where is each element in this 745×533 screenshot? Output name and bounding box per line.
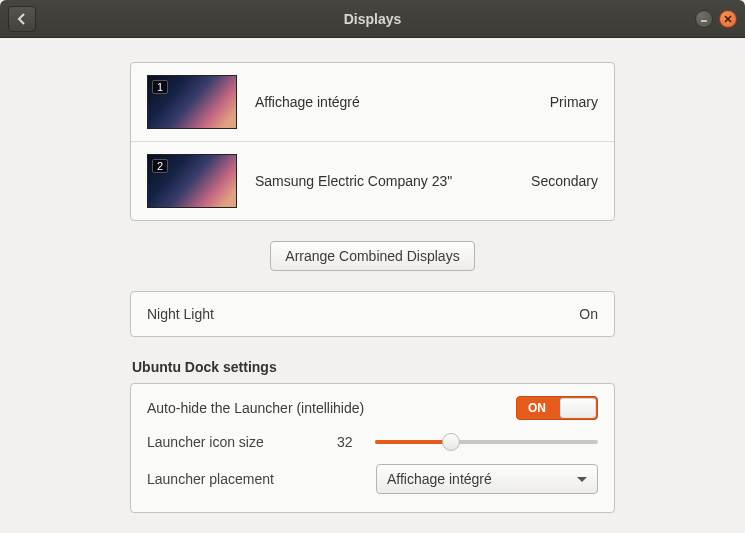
night-light-status: On	[579, 306, 598, 322]
chevron-down-icon	[577, 477, 587, 482]
titlebar: Displays	[0, 0, 745, 38]
toggle-label: ON	[528, 401, 546, 415]
arrange-row: Arrange Combined Displays	[130, 221, 615, 291]
icon-size-slider[interactable]	[375, 440, 598, 444]
display-name: Affichage intégré	[255, 94, 550, 110]
icon-size-row: Launcher icon size 32	[147, 434, 598, 450]
display-thumbnail: 2	[147, 154, 237, 208]
display-row-primary[interactable]: 1 Affichage intégré Primary	[131, 63, 614, 142]
placement-select[interactable]: Affichage intégré	[376, 464, 598, 494]
window-controls	[695, 0, 737, 37]
display-role: Secondary	[531, 173, 598, 189]
content-area: 1 Affichage intégré Primary 2 Samsung El…	[0, 38, 745, 513]
minimize-icon	[700, 15, 708, 23]
display-list: 1 Affichage intégré Primary 2 Samsung El…	[130, 62, 615, 221]
placement-label: Launcher placement	[147, 471, 337, 487]
display-role: Primary	[550, 94, 598, 110]
autohide-row: Auto-hide the Launcher (intellihide) ON	[147, 396, 598, 420]
display-name: Samsung Electric Company 23"	[255, 173, 531, 189]
arrange-displays-button[interactable]: Arrange Combined Displays	[270, 241, 474, 271]
toggle-knob	[560, 398, 596, 418]
chevron-left-icon	[17, 13, 27, 25]
display-number: 1	[152, 80, 168, 94]
placement-value: Affichage intégré	[387, 471, 492, 487]
slider-fill	[375, 440, 451, 444]
icon-size-slider-wrap: 32	[337, 434, 598, 450]
dock-settings-card: Auto-hide the Launcher (intellihide) ON …	[130, 383, 615, 513]
close-button[interactable]	[719, 10, 737, 28]
display-thumbnail: 1	[147, 75, 237, 129]
icon-size-value: 32	[337, 434, 367, 450]
close-icon	[724, 15, 732, 23]
back-button[interactable]	[8, 6, 36, 32]
autohide-label: Auto-hide the Launcher (intellihide)	[147, 400, 364, 416]
minimize-button[interactable]	[695, 10, 713, 28]
placement-row: Launcher placement Affichage intégré	[147, 464, 598, 494]
display-row-secondary[interactable]: 2 Samsung Electric Company 23" Secondary	[131, 142, 614, 220]
night-light-row[interactable]: Night Light On	[130, 291, 615, 337]
autohide-toggle[interactable]: ON	[516, 396, 598, 420]
night-light-label: Night Light	[147, 306, 214, 322]
dock-settings-heading: Ubuntu Dock settings	[132, 359, 615, 375]
window-title: Displays	[0, 11, 745, 27]
display-number: 2	[152, 159, 168, 173]
slider-thumb	[442, 433, 460, 451]
icon-size-label: Launcher icon size	[147, 434, 337, 450]
